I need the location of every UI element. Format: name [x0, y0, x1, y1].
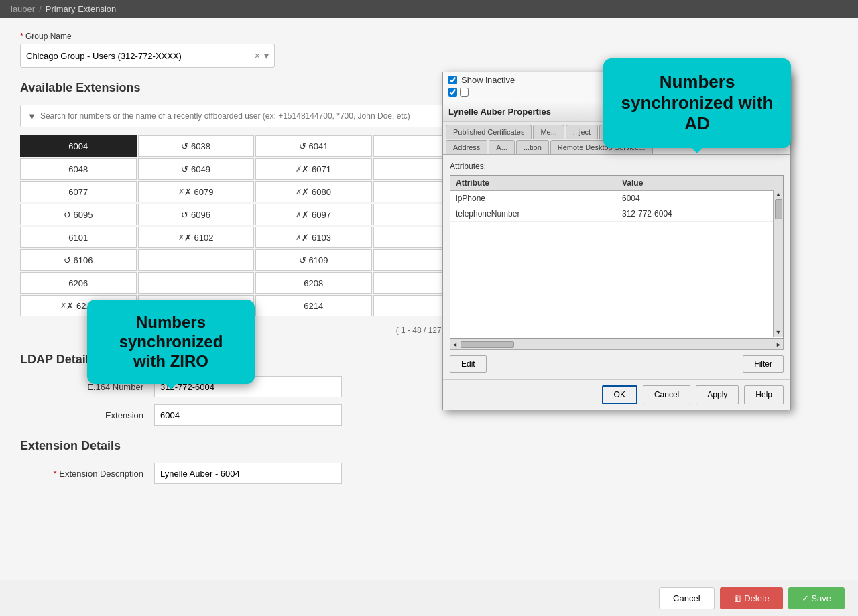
apply-btn[interactable]: Apply	[696, 385, 739, 404]
available-extensions-header: Available Extensions	[20, 81, 489, 95]
h-scroll-right[interactable]: ►	[776, 341, 782, 348]
extension-cell[interactable]: ↺ 6096	[138, 204, 255, 225]
pagination-info: ( 1 - 48 / 127 )	[396, 326, 446, 335]
ldap-extension-input[interactable]	[154, 404, 342, 426]
ldap-extension-label: Extension	[20, 410, 154, 420]
extension-cell[interactable]: 6004	[20, 135, 137, 157]
extensions-search-input[interactable]	[40, 111, 482, 121]
extension-cell[interactable]: ✗ 6103	[255, 227, 372, 248]
callout-ziro-text: Numbers synchronized with ZIRO	[103, 313, 239, 371]
extension-cell[interactable]: 6101	[20, 227, 137, 248]
ext-description-input[interactable]	[154, 463, 342, 484]
extension-cell[interactable]: ↺ 6049	[138, 158, 255, 180]
group-name-label: * Group Name	[20, 32, 838, 41]
h-scroll-left[interactable]: ◄	[452, 341, 458, 348]
nav-current: Primary Extension	[46, 4, 116, 14]
dialog-cancel-btn[interactable]: Cancel	[643, 385, 690, 404]
dialog-tab[interactable]: ...ject	[566, 125, 598, 139]
extension-cell[interactable]: ↺ 6041	[255, 135, 372, 157]
attr-row: telephoneNumber312-772-6004	[450, 206, 783, 222]
attr-col2-header: Value	[617, 176, 783, 190]
callout-ziro: Numbers synchronized with ZIRO	[87, 300, 255, 384]
show-inactive-label: Show inactive	[461, 75, 515, 85]
dialog-content: Attributes: Attribute Value ipPhone6004t…	[443, 155, 790, 379]
ext-description-row: * Extension Description	[20, 463, 838, 484]
attr-name-cell: telephoneNumber	[450, 206, 617, 221]
ext-description-label: * Extension Description	[20, 469, 154, 479]
extension-cell[interactable]: 6208	[255, 272, 372, 294]
attr-col1-header: Attribute	[450, 176, 617, 190]
dialog-tab[interactable]: Published Certificates	[446, 125, 532, 139]
h-scroll-thumb	[461, 341, 514, 348]
attributes-label: Attributes:	[450, 162, 784, 171]
dialog-tab[interactable]: Address	[446, 140, 487, 154]
h-scroll-area: ◄ ►	[450, 339, 784, 350]
filter-btn[interactable]: Filter	[743, 355, 784, 373]
extension-cell[interactable]	[138, 249, 255, 271]
extension-cell[interactable]: 6206	[20, 272, 137, 294]
attr-name-cell: ipPhone	[450, 191, 617, 206]
extension-cell[interactable]: ✗ 6097	[255, 204, 372, 225]
dialog-tab[interactable]: Me...	[533, 125, 564, 139]
group-name-controls: × ▾	[255, 50, 269, 61]
attr-value-cell: 312-772-6004	[617, 206, 783, 221]
extension-cell[interactable]: ✗ 6071	[255, 158, 372, 180]
ok-btn[interactable]: OK	[602, 385, 637, 404]
ext-details-section: Extension Details * Extension Descriptio…	[20, 439, 838, 484]
top-nav: lauber / Primary Extension	[0, 0, 858, 18]
required-star: *	[54, 469, 60, 479]
search-icon: ▼	[27, 111, 36, 121]
show-inactive-cb[interactable]	[448, 76, 457, 84]
group-name-clear-btn[interactable]: ×	[255, 50, 260, 61]
attributes-table-header: Attribute Value	[450, 176, 783, 191]
edit-btn[interactable]: Edit	[450, 355, 487, 373]
cb3[interactable]	[460, 88, 469, 97]
group-name-input[interactable]	[26, 51, 255, 61]
callout-ad-text: Numbers synchronized with AD	[619, 72, 775, 135]
extension-cell[interactable]: 6077	[20, 181, 137, 202]
group-name-dropdown-btn[interactable]: ▾	[264, 50, 269, 61]
attr-row: ipPhone6004	[450, 191, 783, 206]
group-name-input-wrapper: × ▾	[20, 44, 275, 68]
dialog-tab[interactable]: A...	[489, 140, 515, 154]
extension-cell[interactable]: ✗ 6079	[138, 181, 255, 202]
attributes-table-wrapper: Attribute Value ipPhone6004telephoneNumb…	[450, 175, 784, 339]
bottom-toolbar: Cancel 🗑 Delete ✓ Save	[0, 580, 858, 580]
extension-cell[interactable]: ↺ 6106	[20, 249, 137, 271]
extensions-grid: 6004↺ 6038↺ 60416048↺ 6049✗ 60716077✗ 60…	[20, 135, 489, 316]
extension-cell[interactable]: ↺ 6109	[255, 249, 372, 271]
attr-value-cell: 6004	[617, 191, 783, 206]
dialog-footer: OK Cancel Apply Help	[443, 379, 790, 410]
dialog-tab[interactable]: ...tion	[516, 140, 549, 154]
extension-cell[interactable]	[138, 272, 255, 294]
nav-user-link[interactable]: lauber	[11, 4, 35, 14]
nav-separator: /	[39, 4, 42, 14]
extension-cell[interactable]: 6214	[255, 295, 372, 316]
extension-cell[interactable]: ✗ 6102	[138, 227, 255, 248]
extension-cell[interactable]: ↺ 6095	[20, 204, 137, 225]
callout-ad: Numbers synchronized with AD	[603, 58, 791, 148]
extension-cell[interactable]: 6048	[20, 158, 137, 180]
extension-cell[interactable]: ✗ 6080	[255, 181, 372, 202]
attributes-table-body[interactable]: ipPhone6004telephoneNumber312-772-6004	[450, 191, 783, 338]
attributes-table: Attribute Value ipPhone6004telephoneNumb…	[450, 175, 784, 339]
ext-details-header: Extension Details	[20, 439, 838, 453]
help-btn[interactable]: Help	[744, 385, 784, 404]
cb2[interactable]	[448, 88, 457, 97]
extensions-search-bar[interactable]: ▼	[20, 105, 489, 127]
extension-cell[interactable]: ↺ 6038	[138, 135, 255, 157]
main-content: * Group Name × ▾ Available Extensions ▼ …	[0, 18, 858, 580]
dialog-title: Lynelle Auber Properties	[448, 107, 551, 117]
